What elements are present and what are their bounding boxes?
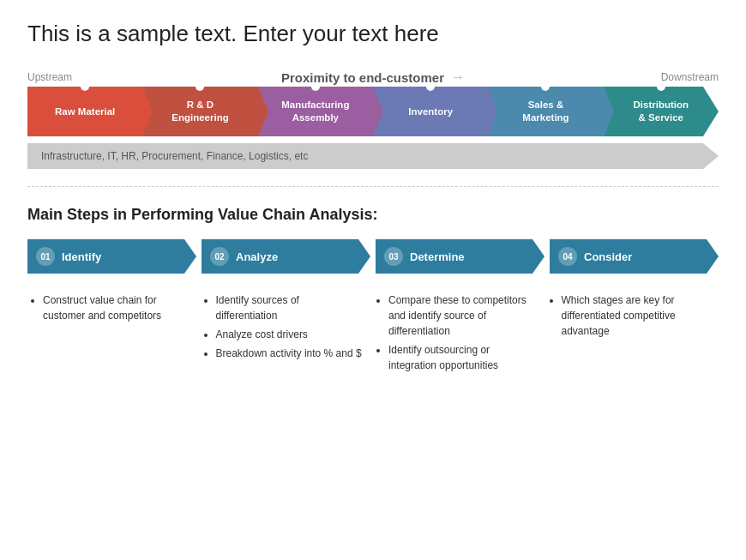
segment-wrapper-5: Sales &Marketing bbox=[488, 87, 603, 136]
bullets-col-2: Identify sources of differentiationAnaly… bbox=[201, 292, 374, 376]
step-4: 04Consider bbox=[550, 239, 719, 274]
segment-dot-5 bbox=[541, 82, 550, 91]
segment-1: Raw Material bbox=[27, 87, 142, 136]
segment-label-5: Sales &Marketing bbox=[522, 99, 569, 124]
step-label-1: Identify bbox=[62, 250, 101, 263]
bullet-item: Compare these to competitors and identif… bbox=[388, 292, 536, 339]
step-label-4: Consider bbox=[584, 250, 632, 263]
upstream-label: Upstream bbox=[27, 71, 72, 83]
segment-wrapper-2: R & DEngineering bbox=[142, 87, 257, 136]
bullet-item: Construct value chain for customer and c… bbox=[43, 292, 190, 323]
segment-wrapper-3: ManufacturingAssembly bbox=[258, 87, 373, 136]
segment-5: Sales &Marketing bbox=[488, 87, 603, 136]
bullet-item: Identify sources of differentiation bbox=[216, 292, 364, 323]
step-2: 02Analyze bbox=[202, 239, 370, 274]
step-number-1: 01 bbox=[36, 247, 55, 266]
segment-label-2: R & DEngineering bbox=[171, 99, 228, 124]
bullets-col-1: Construct value chain for customer and c… bbox=[27, 292, 201, 376]
step-1: 01Identify bbox=[27, 239, 196, 274]
step-label-2: Analyze bbox=[236, 250, 278, 263]
section-divider bbox=[27, 186, 719, 187]
support-bar: Infrastructure, IT, HR, Procurement, Fin… bbox=[27, 143, 719, 169]
proximity-text: Proximity to end-customer bbox=[281, 70, 444, 85]
segment-dot-2 bbox=[196, 82, 204, 91]
segment-chevron-2 bbox=[258, 87, 268, 136]
bullet-item: Analyze cost drivers bbox=[216, 327, 364, 342]
segment-2: R & DEngineering bbox=[142, 87, 257, 136]
segment-chevron-1 bbox=[142, 87, 153, 136]
step-number-4: 04 bbox=[558, 247, 577, 266]
bullets-col-4: Which stages are key for differentiated … bbox=[546, 292, 719, 376]
segment-label-1: Raw Material bbox=[55, 105, 115, 118]
main-steps-section: Main Steps in Performing Value Chain Ana… bbox=[27, 206, 719, 376]
step-label-3: Determine bbox=[410, 250, 465, 263]
segment-label-3: ManufacturingAssembly bbox=[281, 99, 349, 124]
arrow-bar: Raw MaterialR & DEngineeringManufacturin… bbox=[27, 87, 719, 136]
segment-wrapper-4: Inventory bbox=[373, 87, 488, 136]
step-3: 03Determine bbox=[376, 239, 544, 274]
main-steps-title: Main Steps in Performing Value Chain Ana… bbox=[27, 206, 719, 224]
bullet-item: Breakdown activity into % and $ bbox=[216, 346, 364, 361]
segment-label-4: Inventory bbox=[408, 105, 453, 118]
segment-wrapper-6: Distribution& Service bbox=[604, 87, 719, 136]
step-number-2: 02 bbox=[210, 247, 229, 266]
segment-3: ManufacturingAssembly bbox=[258, 87, 373, 136]
bullets-col-3: Compare these to competitors and identif… bbox=[373, 292, 546, 376]
segment-dot-3 bbox=[311, 82, 320, 91]
bullets-row: Construct value chain for customer and c… bbox=[27, 292, 719, 376]
arrow-bar-wrapper: Raw MaterialR & DEngineeringManufacturin… bbox=[27, 87, 719, 136]
proximity-arrow-icon: → bbox=[451, 69, 465, 85]
segment-chevron-5 bbox=[604, 87, 614, 136]
segment-4: Inventory bbox=[373, 87, 488, 136]
segment-chevron-4 bbox=[488, 87, 498, 136]
downstream-label: Downstream bbox=[661, 71, 719, 83]
segment-dot-4 bbox=[426, 82, 435, 91]
bullet-item: Identify outsourcing or integration oppo… bbox=[388, 342, 536, 373]
segment-dot-1 bbox=[81, 82, 89, 91]
segment-dot-6 bbox=[657, 82, 665, 91]
segment-chevron-3 bbox=[373, 87, 383, 136]
step-number-3: 03 bbox=[384, 247, 403, 266]
segment-6: Distribution& Service bbox=[604, 87, 719, 136]
proximity-center-label: Proximity to end-customer → bbox=[281, 69, 465, 85]
value-chain-section: Upstream Proximity to end-customer → Dow… bbox=[27, 71, 719, 169]
bullet-item: Which stages are key for differentiated … bbox=[562, 292, 709, 339]
page-title: This is a sample text. Enter your text h… bbox=[27, 21, 719, 47]
proximity-label-row: Upstream Proximity to end-customer → Dow… bbox=[27, 71, 719, 83]
segment-wrapper-1: Raw Material bbox=[27, 87, 142, 136]
steps-row: 01Identify02Analyze03Determine04Consider bbox=[27, 239, 719, 274]
segment-label-6: Distribution& Service bbox=[634, 99, 689, 124]
